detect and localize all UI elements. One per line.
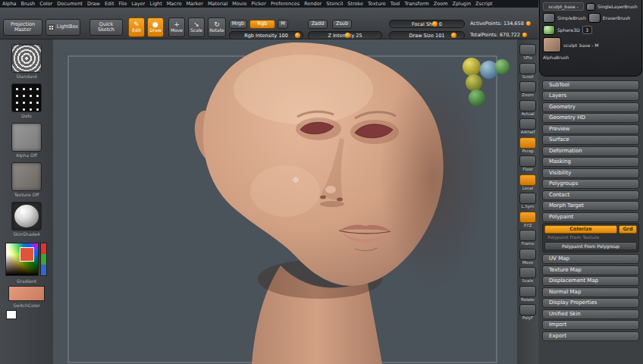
shelf-icon-local[interactable]: [519, 174, 536, 186]
tool-item-label[interactable]: SingleLayerBrush: [598, 4, 638, 9]
section-preview[interactable]: Preview: [542, 124, 639, 134]
color-picker[interactable]: [5, 243, 39, 276]
menu-item-render[interactable]: Render: [302, 1, 324, 7]
section-import[interactable]: Import: [542, 320, 639, 330]
z-intensity-slider[interactable]: Z Intensity 25: [308, 31, 382, 39]
switchcolor-label[interactable]: SwitchColor: [0, 303, 53, 308]
section-unified-skin[interactable]: Unified Skin: [542, 309, 639, 319]
section-contact[interactable]: Contact: [542, 190, 639, 200]
tool-item-label[interactable]: EraserBrush: [603, 15, 631, 20]
menu-item-marker[interactable]: Marker: [183, 1, 205, 7]
mrgb-button[interactable]: Mrgb: [229, 20, 247, 29]
shelf-icon-floor[interactable]: [519, 155, 536, 167]
section-displacement-map[interactable]: Displacement Map: [542, 276, 639, 286]
colorize-button[interactable]: Colorize: [544, 225, 617, 234]
tool-item-label[interactable]: SimpleBrush: [557, 15, 586, 20]
section-export[interactable]: Export: [542, 331, 639, 341]
section-geometry-hd[interactable]: Geometry HD: [542, 113, 639, 123]
zadd-button[interactable]: Zadd: [308, 20, 328, 29]
slider-handle[interactable]: [432, 21, 438, 27]
shelf-icon-rotate[interactable]: [519, 286, 536, 297]
m-button[interactable]: M: [278, 20, 288, 29]
focal-shift-slider[interactable]: Focal Shift 0: [389, 20, 465, 28]
menu-item-file[interactable]: File: [117, 1, 130, 7]
simple-brush-icon[interactable]: [543, 13, 555, 23]
tool-item-label[interactable]: AlphaBrush: [543, 55, 569, 60]
section-visibility[interactable]: Visibility: [542, 168, 639, 178]
alpha-thumbnail[interactable]: [11, 123, 42, 152]
head-model[interactable]: [53, 39, 517, 364]
shelf-icon-aahalf[interactable]: [519, 118, 536, 130]
eraser-brush-icon[interactable]: [588, 13, 601, 23]
section-normal-map[interactable]: Normal Map: [542, 287, 639, 297]
menu-item-macro[interactable]: Macro: [165, 1, 184, 7]
shelf-icon-frame[interactable]: [519, 230, 536, 241]
menu-item-material[interactable]: Material: [205, 1, 230, 7]
menu-item-picker[interactable]: Picker: [249, 1, 268, 7]
slider-handle[interactable]: [451, 33, 456, 38]
quick-sketch-button[interactable]: Quick Sketch: [89, 19, 123, 36]
rgb-strip[interactable]: [40, 243, 47, 276]
edit-button[interactable]: ✎ Edit: [128, 17, 145, 37]
section-texture-map[interactable]: Texture Map: [542, 265, 639, 275]
stroke-thumbnail[interactable]: [11, 83, 42, 112]
shelf-icon-l-sym[interactable]: [519, 193, 536, 204]
polypaint-from-polygroup-button[interactable]: Polypaint From Polygroup: [544, 242, 637, 250]
tool-item-label[interactable]: sculpt_base - M: [563, 42, 599, 48]
menu-item-texture[interactable]: Texture: [365, 1, 388, 7]
menu-item-edit[interactable]: Edit: [102, 1, 117, 7]
shelf-icon-actual[interactable]: [519, 100, 536, 111]
texture-thumbnail[interactable]: [11, 162, 42, 191]
shelf-icon-move[interactable]: [519, 249, 536, 260]
current-tool-thumbnail[interactable]: [543, 37, 561, 52]
section-polypaint[interactable]: Polypaint: [542, 212, 639, 222]
current-tool-button[interactable]: sculpt_base -: [543, 2, 584, 11]
menu-item-zoom[interactable]: Zoom: [431, 1, 450, 7]
tool-item-label[interactable]: Sphere3D: [557, 27, 580, 33]
shelf-icon-persp[interactable]: [519, 137, 536, 149]
section-polygroups[interactable]: Polygroups: [542, 179, 639, 189]
sphere3d-icon[interactable]: [543, 25, 555, 35]
rgb-button[interactable]: Rgb: [249, 20, 275, 29]
menu-item-layer[interactable]: Layer: [129, 1, 147, 7]
secondary-color-swatch[interactable]: [6, 310, 17, 319]
shelf-icon-xyz[interactable]: [519, 212, 536, 223]
menu-item-alpha[interactable]: Alpha: [0, 1, 18, 7]
section-subtool[interactable]: SubTool: [542, 80, 639, 90]
menu-item-color[interactable]: Color: [37, 1, 55, 7]
menu-item-zplugin[interactable]: Zplugin: [450, 1, 474, 7]
projection-master-button[interactable]: Projection Master: [3, 19, 42, 36]
material-thumbnail[interactable]: [11, 202, 42, 231]
rotate-button[interactable]: ↻ Rotate: [208, 17, 226, 37]
section-deformation[interactable]: Deformation: [542, 146, 639, 156]
grd-button[interactable]: Grd: [619, 225, 637, 234]
rgb-intensity-slider[interactable]: Rgb Intensity 100: [229, 31, 303, 39]
section-geometry[interactable]: Geometry: [542, 102, 639, 112]
section-layers[interactable]: Layers: [542, 91, 639, 101]
shelf-icon-scroll[interactable]: [519, 63, 536, 74]
scale-button[interactable]: ↘ Scale: [188, 17, 205, 37]
section-morph-target[interactable]: Morph Target: [542, 201, 639, 211]
slider-handle[interactable]: [345, 33, 350, 38]
menu-item-movie[interactable]: Movie: [230, 1, 249, 7]
section-display-properties[interactable]: Display Properties: [542, 298, 639, 308]
menu-item-brush[interactable]: Brush: [18, 1, 37, 7]
menu-item-transform[interactable]: Transform: [402, 1, 431, 7]
section-uv-map[interactable]: UV Map: [542, 254, 639, 264]
current-color-swatch[interactable]: [8, 286, 45, 301]
section-masking[interactable]: Masking: [542, 157, 639, 167]
section-surface[interactable]: Surface: [542, 135, 639, 145]
document-canvas[interactable]: [53, 39, 517, 364]
shelf-icon-scale[interactable]: [519, 267, 536, 278]
draw-size-slider[interactable]: Draw Size 101: [389, 31, 465, 39]
tool-value-box[interactable]: 3: [582, 26, 592, 34]
menu-item-zscript[interactable]: Zscript: [473, 1, 495, 7]
slider-handle[interactable]: [295, 33, 300, 38]
shelf-icon-spix[interactable]: [519, 44, 536, 55]
zsub-button[interactable]: Zsub: [332, 20, 352, 29]
draw-button[interactable]: ● Draw: [147, 17, 164, 37]
lightbox-button[interactable]: LightBox: [45, 19, 80, 36]
move-button[interactable]: + Move: [168, 17, 185, 37]
menu-item-stroke[interactable]: Stroke: [345, 1, 365, 7]
menu-item-light[interactable]: Light: [148, 1, 165, 7]
